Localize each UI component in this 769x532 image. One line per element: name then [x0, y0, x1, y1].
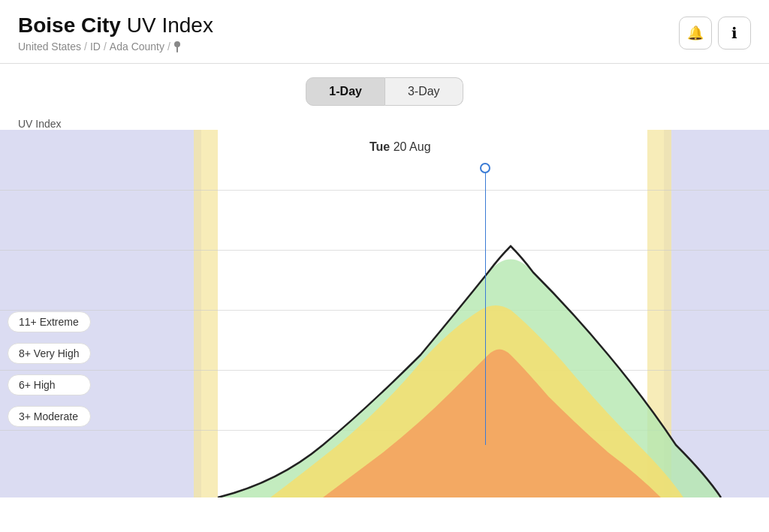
header-actions: 🔔 ℹ [679, 17, 751, 50]
level-very-high: 8+ Very High [8, 343, 91, 364]
level-extreme: 11+ Extreme [8, 311, 91, 332]
pin-icon [173, 41, 181, 53]
tab-1day[interactable]: 1-Day [306, 77, 385, 106]
breadcrumb-sep3: / [167, 41, 170, 53]
info-button[interactable]: ℹ [718, 17, 751, 50]
bell-icon: 🔔 [687, 25, 704, 41]
breadcrumb-county: Ada County [110, 41, 164, 53]
breadcrumb-state: ID [90, 41, 101, 53]
indicator-dot [480, 163, 490, 173]
header-left: Boise City UV Index United States / ID /… [18, 14, 213, 53]
breadcrumb: United States / ID / Ada County / [18, 41, 213, 53]
tab-3day[interactable]: 3-Day [385, 77, 463, 106]
level-moderate: 3+ Moderate [8, 406, 91, 427]
header: Boise City UV Index United States / ID /… [0, 0, 769, 63]
page-title: Boise City UV Index [18, 14, 213, 38]
breadcrumb-sep1: / [84, 41, 87, 53]
uv-chart-svg [0, 130, 769, 497]
chart-area: Tue 20 Aug 11+ Extreme 8+ Very High 6+ H… [0, 130, 769, 497]
city-name: Boise City [18, 14, 121, 37]
svg-point-0 [174, 41, 180, 47]
index-label-text: UV Index [127, 14, 213, 37]
uv-axis-label: UV Index [0, 113, 769, 130]
tab-bar: 1-Day 3-Day [0, 64, 769, 113]
breadcrumb-country: United States [18, 41, 81, 53]
level-labels: 11+ Extreme 8+ Very High 6+ High 3+ Mode… [8, 130, 91, 497]
level-high: 6+ High [8, 374, 91, 395]
bell-button[interactable]: 🔔 [679, 17, 712, 50]
indicator-line [485, 167, 486, 445]
breadcrumb-sep2: / [104, 41, 107, 53]
info-icon: ℹ [731, 24, 737, 42]
